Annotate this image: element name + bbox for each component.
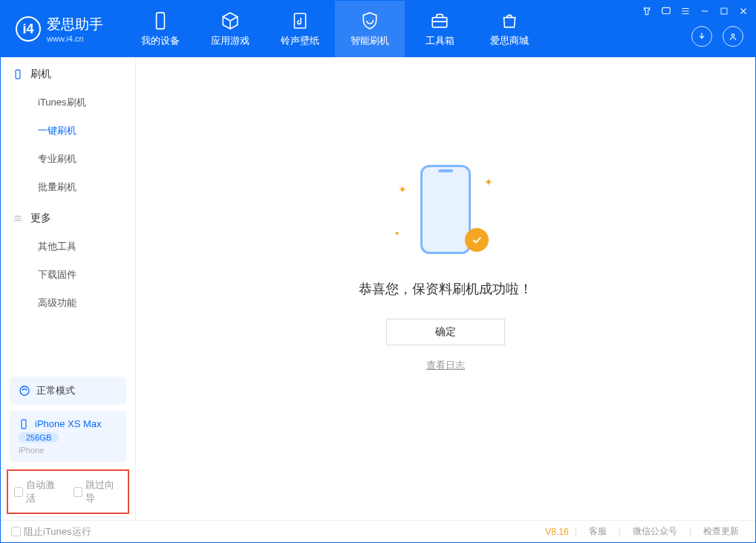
minimize-icon[interactable] (699, 5, 711, 17)
sparkle-icon: ✦ (398, 183, 407, 195)
status-link-support[interactable]: 客服 (583, 525, 613, 538)
tab-smart-flash[interactable]: 智能刷机 (335, 1, 405, 57)
maximize-icon[interactable] (718, 5, 730, 17)
checkbox-icon (74, 487, 82, 497)
device-name-label: iPhone XS Max (35, 418, 102, 429)
highlighted-checkbox-area: 自动激活 跳过向导 (7, 469, 129, 514)
tab-label: 智能刷机 (351, 34, 389, 48)
sidebar-section-flash: 刷机 (1, 57, 135, 88)
svg-rect-3 (662, 7, 671, 13)
checkbox-label: 跳过向导 (85, 478, 122, 505)
svg-rect-6 (16, 70, 20, 79)
window-controls (641, 5, 749, 17)
ok-button[interactable]: 确定 (386, 319, 505, 345)
status-link-wechat[interactable]: 微信公众号 (627, 525, 683, 538)
tab-apps-games[interactable]: 应用游戏 (195, 1, 265, 57)
svg-rect-2 (432, 17, 447, 27)
svg-point-7 (20, 386, 29, 395)
sidebar-item-other-tools[interactable]: 其他工具 (1, 233, 135, 261)
sparkle-icon: • (395, 227, 399, 239)
checkbox-icon (14, 487, 23, 497)
device-icon (13, 69, 23, 79)
checkbox-label: 阻止iTunes运行 (24, 525, 91, 539)
sidebar: 刷机 iTunes刷机 一键刷机 专业刷机 批量刷机 更多 其他工具 下载固件 … (1, 57, 136, 520)
device-card[interactable]: iPhone XS Max 256GB iPhone (10, 411, 126, 462)
statusbar: 阻止iTunes运行 V8.16 | 客服 | 微信公众号 | 检查更新 (1, 520, 755, 542)
sidebar-item-advanced[interactable]: 高级功能 (1, 289, 135, 317)
sidebar-item-pro-flash[interactable]: 专业刷机 (1, 145, 135, 173)
svg-rect-8 (22, 420, 26, 429)
section-title-label: 刷机 (30, 68, 51, 81)
music-file-icon (290, 11, 310, 30)
main-content: ✦ ✦ • 恭喜您，保资料刷机成功啦！ 确定 查看日志 (136, 57, 755, 520)
checkbox-skip-guide[interactable]: 跳过向导 (74, 478, 123, 505)
app-domain: www.i4.cn (47, 34, 103, 43)
app-name: 爱思助手 (47, 15, 103, 34)
svg-point-5 (731, 34, 734, 37)
list-icon (13, 213, 23, 224)
tab-label: 工具箱 (426, 34, 454, 48)
titlebar: i4 爱思助手 www.i4.cn 我的设备 应用游戏 铃声壁纸 智能刷机 工具… (1, 1, 755, 57)
tab-ringtones[interactable]: 铃声壁纸 (265, 1, 335, 57)
download-button[interactable] (691, 26, 712, 47)
tab-label: 应用游戏 (211, 34, 250, 48)
menu-icon[interactable] (680, 5, 691, 17)
checkbox-icon (11, 527, 21, 536)
svg-rect-4 (721, 8, 727, 14)
phone-outline-icon (420, 165, 471, 254)
version-label: V8.16 (545, 527, 568, 537)
sidebar-item-itunes-flash[interactable]: iTunes刷机 (1, 88, 135, 117)
tab-label: 爱思商城 (490, 34, 529, 48)
view-log-link[interactable]: 查看日志 (426, 359, 465, 372)
feedback-icon[interactable] (660, 5, 672, 17)
mode-indicator[interactable]: 正常模式 (10, 377, 126, 405)
phone-small-icon (19, 419, 29, 429)
device-type-label: iPhone (19, 446, 117, 455)
header-action-icons (691, 26, 743, 47)
checkbox-label: 自动激活 (26, 478, 62, 505)
storage-badge: 256GB (19, 432, 59, 443)
shirt-icon[interactable] (641, 5, 653, 17)
tab-label: 我的设备 (141, 34, 180, 48)
checkbox-auto-activate[interactable]: 自动激活 (14, 478, 63, 505)
bag-icon (500, 11, 519, 30)
sidebar-item-batch-flash[interactable]: 批量刷机 (1, 173, 135, 201)
app-logo: i4 爱思助手 www.i4.cn (1, 15, 118, 43)
logo-icon: i4 (16, 16, 41, 42)
toolbox-icon (430, 11, 449, 30)
sidebar-item-download-firmware[interactable]: 下载固件 (1, 261, 135, 289)
sparkle-icon: ✦ (484, 176, 493, 188)
refresh-shield-icon (360, 11, 379, 30)
sidebar-item-oneclick-flash[interactable]: 一键刷机 (1, 117, 135, 145)
nav-tabs: 我的设备 应用游戏 铃声壁纸 智能刷机 工具箱 爱思商城 (126, 1, 544, 57)
checkbox-prevent-itunes[interactable]: 阻止iTunes运行 (11, 525, 91, 539)
svg-rect-0 (157, 13, 165, 29)
status-link-update[interactable]: 检查更新 (697, 525, 745, 538)
check-badge-icon (465, 228, 489, 252)
device-name-row: iPhone XS Max (19, 418, 117, 429)
cube-icon (221, 11, 240, 30)
tab-my-device[interactable]: 我的设备 (126, 1, 195, 57)
tab-store[interactable]: 爱思商城 (475, 1, 544, 57)
success-message: 恭喜您，保资料刷机成功啦！ (359, 280, 532, 298)
success-illustration: ✦ ✦ • (408, 161, 483, 258)
tab-toolbox[interactable]: 工具箱 (405, 1, 475, 57)
svg-rect-1 (294, 13, 305, 28)
mode-label: 正常模式 (36, 384, 75, 397)
close-icon[interactable] (737, 5, 749, 17)
sync-icon (19, 385, 30, 397)
sidebar-section-more: 更多 (1, 201, 135, 233)
tab-label: 铃声壁纸 (281, 34, 319, 48)
section-title-label: 更多 (30, 212, 51, 225)
user-button[interactable] (723, 26, 743, 47)
phone-icon (151, 11, 170, 30)
